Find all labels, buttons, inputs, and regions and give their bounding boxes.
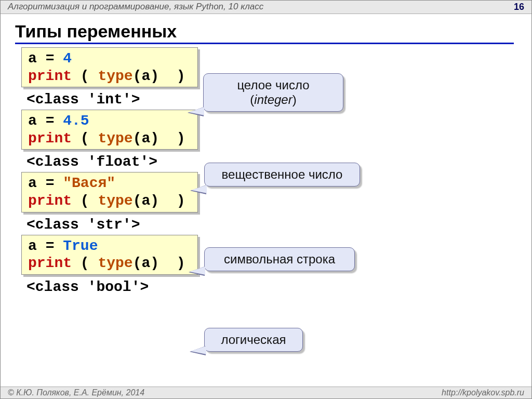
output-text: <class 'str'> xyxy=(26,217,531,233)
subject-label: Алгоритмизация и программирование, язык … xyxy=(8,2,263,12)
callout-tail xyxy=(189,107,204,115)
slide-title: Типы переменных xyxy=(15,21,514,44)
header-bar: Алгоритмизация и программирование, язык … xyxy=(1,1,531,14)
code-box: a = 4 print ( type(a) ) xyxy=(21,47,198,87)
callout-float: вещественное число xyxy=(204,163,360,187)
print-fn: print xyxy=(28,68,72,84)
page-number: 16 xyxy=(514,2,524,12)
content-area: a = 4 print ( type(a) ) <class 'int'> a … xyxy=(21,47,531,295)
code-box: a = True print ( type(a) ) xyxy=(21,235,198,275)
callout-tail xyxy=(191,185,207,193)
copyright-label: © К.Ю. Поляков, Е.А. Ерёмин, 2014 xyxy=(8,388,144,397)
code-var: a xyxy=(28,50,37,66)
callout-integer: целое число (integer) xyxy=(203,73,343,112)
slide: Алгоритмизация и программирование, язык … xyxy=(0,0,532,399)
callout-tail xyxy=(190,267,205,275)
footer-bar: © К.Ю. Поляков, Е.А. Ерёмин, 2014 http:/… xyxy=(1,387,531,398)
output-text: <class 'bool'> xyxy=(26,279,531,295)
type-fn: type xyxy=(98,68,132,84)
code-value: 4 xyxy=(63,50,72,66)
callout-bool: логическая xyxy=(204,328,303,352)
code-box: a = "Вася" print ( type(a) ) xyxy=(21,172,198,212)
footer-url: http://kpolyakov.spb.ru xyxy=(442,388,524,397)
code-box: a = 4.5 print ( type(a) ) xyxy=(21,110,198,150)
callout-tail xyxy=(191,346,206,354)
callout-str: символьная строка xyxy=(204,247,355,271)
